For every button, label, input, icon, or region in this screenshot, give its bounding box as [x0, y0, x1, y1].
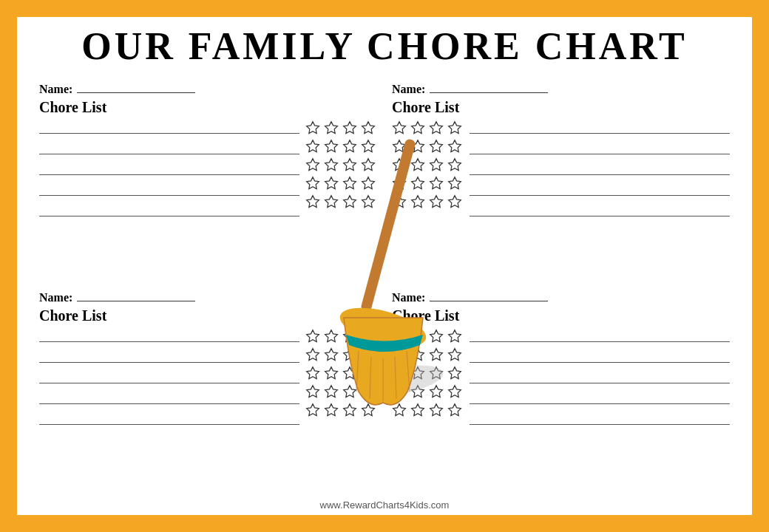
stars-bl	[305, 329, 377, 425]
star-icon	[410, 157, 425, 172]
chore-line	[470, 183, 730, 196]
svg-marker-63	[449, 330, 461, 342]
chore-line	[39, 120, 299, 134]
svg-marker-23	[449, 122, 461, 134]
svg-marker-48	[307, 367, 319, 379]
star-icon	[324, 139, 339, 154]
svg-marker-49	[325, 367, 338, 379]
chore-lines-container-tl	[39, 120, 377, 216]
svg-marker-44	[307, 349, 319, 361]
svg-marker-3	[362, 122, 375, 134]
svg-marker-20	[393, 122, 406, 134]
svg-marker-78	[430, 404, 443, 416]
chore-line	[470, 141, 730, 154]
svg-marker-35	[449, 177, 461, 189]
svg-marker-57	[325, 404, 338, 416]
name-input-tl	[77, 81, 195, 93]
star-icon	[447, 403, 462, 417]
star-icon	[305, 157, 320, 172]
star-icon	[392, 157, 407, 172]
svg-marker-41	[325, 330, 338, 342]
star-icon	[361, 366, 376, 381]
svg-marker-67	[449, 349, 461, 361]
star-icon	[361, 329, 376, 344]
main-card: OUR FAMILY CHORE CHART Name: Chore List	[15, 15, 754, 517]
name-input-br	[430, 290, 548, 301]
svg-marker-15	[362, 177, 375, 189]
star-icon	[305, 347, 320, 362]
svg-marker-27	[449, 140, 461, 152]
svg-marker-14	[344, 177, 356, 189]
svg-marker-38	[430, 196, 443, 208]
svg-marker-70	[430, 367, 443, 379]
star-icon	[410, 139, 425, 154]
svg-marker-26	[430, 140, 443, 152]
star-icon	[305, 384, 320, 399]
star-icon	[392, 139, 407, 154]
star-icon	[392, 176, 407, 191]
svg-marker-25	[412, 140, 424, 152]
star-icon	[324, 176, 339, 191]
svg-marker-31	[449, 159, 461, 171]
svg-marker-73	[412, 386, 424, 398]
website-label: www.RewardCharts4Kids.com	[320, 499, 450, 511]
star-icon	[429, 329, 444, 344]
star-icon	[447, 384, 462, 399]
svg-marker-65	[412, 349, 424, 361]
svg-marker-43	[362, 330, 375, 342]
star-icon	[324, 384, 339, 399]
name-input-tr	[430, 81, 548, 93]
svg-marker-33	[412, 177, 424, 189]
svg-marker-79	[449, 404, 461, 416]
svg-marker-6	[344, 140, 356, 152]
svg-marker-53	[325, 386, 338, 398]
chore-line	[470, 349, 730, 363]
star-icon	[305, 403, 320, 417]
svg-marker-59	[362, 404, 375, 416]
svg-marker-58	[344, 404, 356, 416]
chore-line	[39, 329, 299, 342]
chore-line	[39, 370, 299, 383]
star-icon	[342, 194, 357, 209]
star-icon	[410, 194, 425, 209]
svg-marker-29	[412, 159, 424, 171]
chore-lines-bl	[39, 329, 299, 425]
name-label-bl: Name:	[39, 291, 72, 304]
svg-marker-39	[449, 196, 461, 208]
chore-line	[39, 183, 299, 196]
chore-line	[470, 391, 730, 404]
svg-marker-71	[449, 367, 461, 379]
star-icon	[361, 120, 376, 135]
stars-br	[392, 329, 464, 425]
svg-marker-30	[430, 159, 443, 171]
star-icon	[342, 384, 357, 399]
stars-tr	[392, 120, 464, 216]
svg-marker-69	[412, 367, 424, 379]
star-icon	[410, 347, 425, 362]
svg-marker-56	[307, 404, 319, 416]
svg-marker-0	[307, 122, 319, 134]
name-row-tl: Name:	[39, 81, 377, 96]
star-icon	[447, 139, 462, 154]
chore-list-label-tl: Chore List	[39, 99, 377, 116]
star-icon	[361, 384, 376, 399]
svg-marker-66	[430, 349, 443, 361]
star-icon	[324, 366, 339, 381]
svg-marker-7	[362, 140, 375, 152]
svg-marker-9	[325, 159, 338, 171]
svg-marker-24	[393, 140, 406, 152]
name-input-bl	[77, 290, 195, 301]
star-icon	[361, 347, 376, 362]
chore-lines-container-br	[392, 329, 730, 425]
chore-list-label-bl: Chore List	[39, 307, 377, 324]
content-area: Name: Chore List	[32, 75, 737, 492]
star-icon	[429, 347, 444, 362]
star-icon	[392, 120, 407, 135]
name-label-br: Name:	[392, 291, 425, 304]
star-icon	[392, 403, 407, 417]
star-icon	[361, 157, 376, 172]
svg-marker-54	[344, 386, 356, 398]
star-icon	[429, 403, 444, 417]
svg-marker-60	[393, 330, 406, 342]
svg-marker-68	[393, 367, 406, 379]
